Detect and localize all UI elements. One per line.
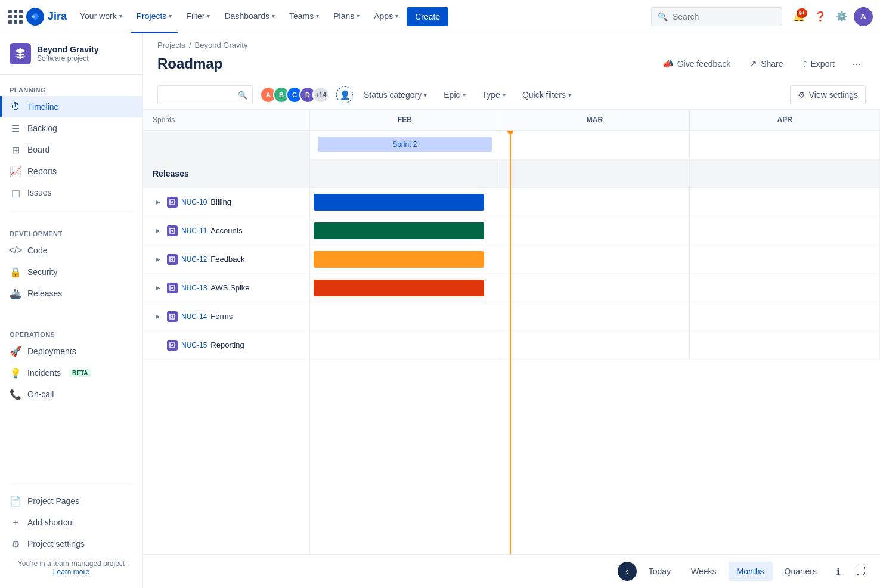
- gantt-cell-nuc13-2: [500, 274, 690, 302]
- chevron-down-icon: ▾: [395, 13, 398, 19]
- today-button[interactable]: Today: [640, 562, 679, 581]
- development-label: DEVELOPMENT: [0, 228, 142, 240]
- search-input[interactable]: [673, 12, 776, 21]
- sidebar-item-reports[interactable]: 📈 Reports: [0, 160, 142, 182]
- gantt-right-panel: Sprint 2: [310, 131, 880, 554]
- gantt-row-nuc14[interactable]: ▶ NUC-14 Forms: [143, 302, 309, 331]
- type-filter[interactable]: Type ▾: [476, 85, 512, 104]
- nav-teams[interactable]: Teams ▾: [283, 0, 325, 33]
- filter-search-input[interactable]: [163, 90, 234, 100]
- add-shortcut-label: Add shortcut: [27, 518, 75, 527]
- gantt-row-nuc13[interactable]: ▶ NUC-13 AWS Spike: [143, 274, 309, 302]
- expand-icon[interactable]: ▶: [153, 254, 163, 265]
- jira-logo[interactable]: Jira: [26, 8, 67, 26]
- sidebar-item-issues[interactable]: ◫ Issues: [0, 182, 142, 203]
- gantt-cell-nuc13: [310, 274, 500, 302]
- nav-apps[interactable]: Apps ▾: [368, 0, 404, 33]
- sidebar-item-code[interactable]: </> Code: [0, 240, 142, 261]
- expand-fullscreen-button[interactable]: ⛶: [851, 562, 870, 581]
- toolbar: 🔍 A B C D +14 👤 Status category ▾ Epic ▾…: [143, 81, 880, 110]
- nav-plans[interactable]: Plans ▾: [327, 0, 365, 33]
- gantt-cell-nuc10-3: [690, 188, 880, 216]
- notification-badge: 9+: [797, 8, 807, 18]
- gantt-bar-row-nuc13: [310, 274, 880, 302]
- timeline-label: Timeline: [27, 102, 58, 112]
- gantt-bar-nuc13[interactable]: [314, 280, 484, 296]
- sidebar-item-oncall[interactable]: 📞 On-call: [0, 383, 142, 405]
- settings-button[interactable]: ⚙️: [832, 7, 851, 26]
- divider-3: [10, 485, 133, 485]
- nav-projects[interactable]: Projects ▾: [131, 0, 178, 33]
- epic-filter[interactable]: Epic ▾: [438, 85, 471, 104]
- expand-icon[interactable]: ▶: [153, 311, 163, 322]
- export-button[interactable]: ⤴ Export: [795, 54, 842, 73]
- search-box[interactable]: 🔍: [651, 7, 782, 26]
- sidebar-item-add-shortcut[interactable]: ＋ Add shortcut: [0, 512, 142, 533]
- gantt-cell-nuc10: [310, 188, 500, 216]
- jira-logo-text: Jira: [48, 10, 67, 23]
- gantt-row-nuc15[interactable]: NUC-15 Reporting: [143, 331, 309, 360]
- expand-icon[interactable]: ▶: [153, 197, 163, 208]
- gantt-row-nuc12[interactable]: ▶ NUC-12 Feedback: [143, 245, 309, 274]
- divider-1: [10, 213, 133, 213]
- breadcrumb-project-name[interactable]: Beyond Gravity: [195, 41, 248, 49]
- gantt-bar-row-nuc12: [310, 245, 880, 274]
- share-button[interactable]: ↗ Share: [742, 54, 790, 73]
- months-button[interactable]: Months: [729, 562, 773, 581]
- gantt-row-nuc10[interactable]: ▶ NUC-10 Billing: [143, 188, 309, 216]
- give-feedback-button[interactable]: 📣 Give feedback: [655, 54, 738, 73]
- nav-your-work[interactable]: Your work ▾: [74, 0, 128, 33]
- sidebar-item-incidents[interactable]: 💡 Incidents BETA: [0, 362, 142, 383]
- sidebar-item-project-pages[interactable]: 📄 Project Pages: [0, 490, 142, 512]
- gantt-bar-nuc12[interactable]: [314, 251, 484, 268]
- project-settings-icon: ⚙: [10, 538, 21, 550]
- gantt-sprints-row: [143, 131, 309, 159]
- add-person-button[interactable]: 👤: [336, 86, 353, 103]
- gantt-bar-nuc10[interactable]: [314, 194, 484, 211]
- info-button[interactable]: ℹ: [829, 562, 848, 581]
- breadcrumb-projects[interactable]: Projects: [157, 41, 185, 49]
- add-shortcut-icon: ＋: [10, 516, 21, 528]
- divider-2: [10, 314, 133, 314]
- sidebar-item-board[interactable]: ⊞ Board: [0, 139, 142, 160]
- nav-back-button[interactable]: ‹: [618, 562, 637, 581]
- deployments-label: Deployments: [27, 346, 76, 356]
- sidebar-item-timeline[interactable]: ⏱ Timeline: [0, 96, 142, 117]
- help-button[interactable]: ❓: [811, 7, 830, 26]
- expand-icon[interactable]: ▶: [153, 283, 163, 293]
- nav-dashboards[interactable]: Dashboards ▾: [218, 0, 281, 33]
- sidebar-item-project-settings[interactable]: ⚙ Project settings: [0, 533, 142, 555]
- more-options-button[interactable]: ···: [847, 54, 866, 73]
- quick-filters[interactable]: Quick filters ▾: [516, 85, 577, 104]
- sidebar-item-security[interactable]: 🔒 Security: [0, 261, 142, 283]
- gantt-cell-nuc14: [310, 302, 500, 330]
- sprint-bar: Sprint 2: [318, 137, 492, 152]
- search-filter-box[interactable]: 🔍: [157, 85, 253, 104]
- issue-ref-nuc10: NUC-10: [181, 198, 207, 206]
- view-settings-button[interactable]: ⚙ View settings: [790, 85, 866, 104]
- status-category-filter[interactable]: Status category ▾: [358, 85, 433, 104]
- nav-filter[interactable]: Filter ▾: [180, 0, 216, 33]
- operations-label: OPERATIONS: [0, 329, 142, 341]
- sidebar-item-backlog[interactable]: ☰ Backlog: [0, 117, 142, 139]
- avatar-more[interactable]: +14: [312, 86, 329, 103]
- weeks-button[interactable]: Weeks: [683, 562, 725, 581]
- learn-more-link[interactable]: Learn more: [53, 568, 89, 576]
- quarters-button[interactable]: Quarters: [776, 562, 825, 581]
- gantt-bar-row-nuc11: [310, 216, 880, 245]
- board-icon: ⊞: [10, 144, 21, 156]
- avatar[interactable]: A: [854, 7, 873, 26]
- sidebar-item-deployments[interactable]: 🚀 Deployments: [0, 341, 142, 362]
- project-pages-icon: 📄: [10, 495, 21, 507]
- gantt-bar-nuc11[interactable]: [314, 222, 484, 239]
- gantt-row-nuc11[interactable]: ▶ NUC-11 Accounts: [143, 216, 309, 245]
- sidebar-item-releases[interactable]: 🚢 Releases: [0, 283, 142, 304]
- grid-menu-icon[interactable]: [7, 8, 24, 25]
- top-navigation: Jira Your work ▾ Projects ▾ Filter ▾ Das…: [0, 0, 880, 33]
- notifications-button[interactable]: 🔔 9+: [789, 7, 808, 26]
- issue-ref-nuc13: NUC-13: [181, 284, 207, 292]
- expand-icon[interactable]: ▶: [153, 225, 163, 236]
- create-button[interactable]: Create: [407, 7, 448, 26]
- page-title: Roadmap: [157, 55, 222, 72]
- breadcrumb: Projects / Beyond Gravity: [143, 33, 880, 52]
